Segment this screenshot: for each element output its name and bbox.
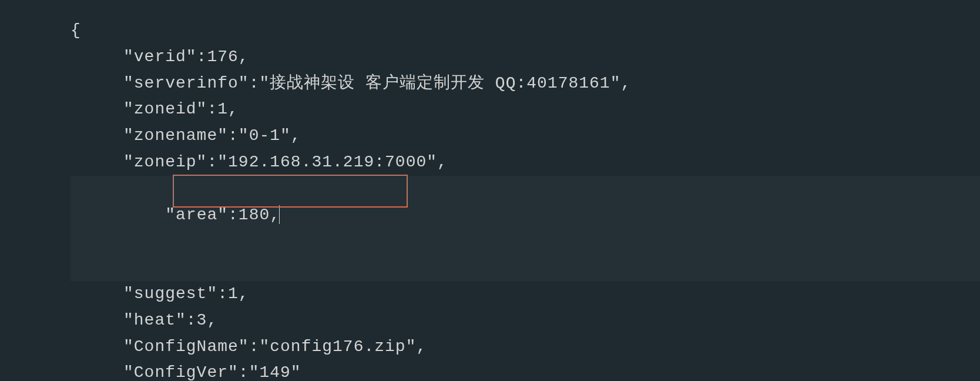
code-line-zoneip: "zoneip":"192.168.31.219:7000", <box>71 149 980 176</box>
code-line-zonename: "zonename":"0-1", <box>71 123 980 149</box>
code-editor[interactable]: { "verid":176, "serverinfo":"接战神架设 客户端定制… <box>0 18 980 381</box>
code-line-heat: "heat":3, <box>71 308 980 334</box>
code-line-area-highlighted: "area":180, <box>71 176 980 281</box>
code-line-zoneid: "zoneid":1, <box>71 96 980 123</box>
code-line-verid: "verid":176, <box>71 44 980 71</box>
code-line-open-brace: { <box>71 18 980 44</box>
code-line-configname: "ConfigName":"config176.zip", <box>71 334 980 360</box>
highlight-rectangle <box>173 175 408 208</box>
code-line-serverinfo: "serverinfo":"接战神架设 客户端定制开发 QQ:40178161"… <box>71 71 980 97</box>
code-text-area: "area":180, <box>165 206 280 224</box>
code-line-configver: "ConfigVer":"149" <box>71 360 980 381</box>
code-line-suggest: "suggest":1, <box>71 281 980 308</box>
text-cursor <box>279 205 280 224</box>
